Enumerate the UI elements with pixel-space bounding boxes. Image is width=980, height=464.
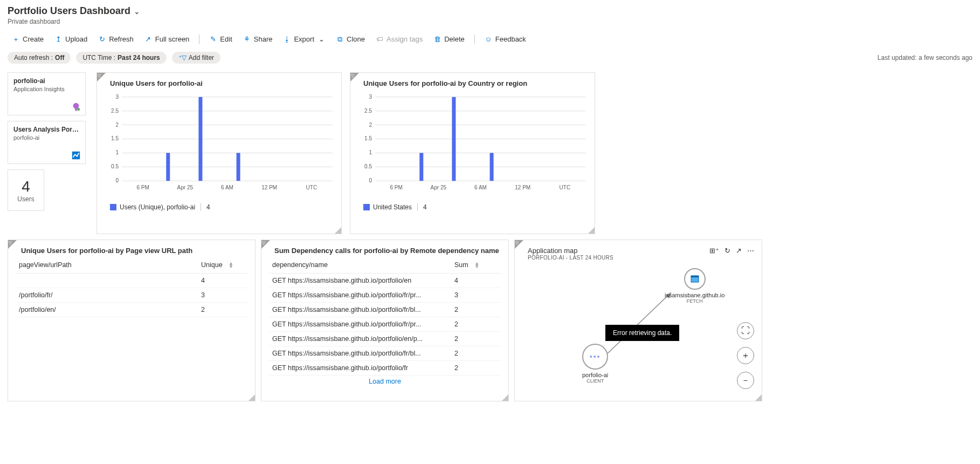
table-row[interactable]: GET https://issamsisbane.github.io/portf… — [269, 288, 501, 303]
workbook-icon — [71, 151, 81, 160]
tile-filter-corner[interactable] — [350, 73, 359, 81]
autorefresh-value: Off — [55, 54, 64, 62]
table-row[interactable]: GET https://issamsisbane.github.io/portf… — [269, 317, 501, 332]
map-canvas[interactable]: issamsisbane.github.io FETCH ••• porfoli… — [515, 263, 762, 387]
resource-card-workbook[interactable]: Users Analysis Portf... porfolio-ai — [8, 121, 86, 164]
share-label: Share — [254, 35, 273, 43]
clone-button[interactable]: ⧉Clone — [332, 33, 369, 45]
tile-filter-corner[interactable] — [515, 240, 523, 249]
more-icon[interactable]: ⋯ — [747, 247, 754, 255]
col-header[interactable]: Sum ▲▼ — [454, 261, 498, 269]
table-row[interactable]: 4 — [16, 274, 247, 288]
chart-legend: Users (Unique), porfolio-ai 4 — [97, 200, 341, 211]
zoom-in-button[interactable]: ＋ — [737, 347, 754, 364]
legend-label: United States — [373, 203, 412, 211]
delete-button[interactable]: 🗑Delete — [429, 33, 469, 45]
timerange-label: UTC Time : — [82, 54, 115, 62]
appinsights-icon — [71, 102, 81, 112]
autorefresh-label: Auto refresh : — [14, 54, 53, 62]
time-range-pill[interactable]: UTC Time : Past 24 hours — [76, 52, 166, 64]
map-node-dependency[interactable]: issamsisbane.github.io FETCH — [665, 268, 724, 304]
table-row[interactable]: GET https://issamsisbane.github.io/portf… — [269, 303, 501, 317]
create-button[interactable]: ＋Create — [8, 33, 48, 45]
tile-filter-corner[interactable] — [8, 240, 17, 249]
filter-bar: Auto refresh : Off UTC Time : Past 24 ho… — [8, 52, 972, 64]
share-button[interactable]: ⚘Share — [239, 33, 277, 45]
upload-button[interactable]: ↥Upload — [50, 33, 92, 45]
cell: 4 — [201, 277, 244, 284]
col-header[interactable]: pageView/urlPath — [19, 261, 201, 269]
tile-filter-corner[interactable] — [261, 240, 270, 249]
export-button[interactable]: ⭳Export⌄ — [279, 33, 329, 45]
edit-button[interactable]: ✎Edit — [205, 33, 236, 45]
svg-text:UTC: UTC — [306, 185, 318, 190]
svg-rect-23 — [166, 153, 170, 181]
tile-subtitle: PORFOLIO-AI - LAST 24 HOURS — [528, 255, 709, 261]
chevron-down-icon[interactable]: ⌄ — [134, 7, 140, 16]
table-row[interactable]: GET https://issamsisbane.github.io/portf… — [269, 332, 501, 346]
feedback-button[interactable]: ☺Feedback — [480, 33, 530, 45]
zoom-out-button[interactable]: － — [737, 372, 754, 389]
table-row[interactable]: /portfolio/fr/3 — [16, 288, 247, 303]
fullscreen-label: Full screen — [155, 35, 190, 43]
resize-handle[interactable] — [588, 227, 595, 234]
svg-text:6 PM: 6 PM — [136, 185, 149, 190]
cell: 2 — [454, 335, 498, 343]
chart-legend: United States 4 — [350, 200, 595, 211]
col-header[interactable]: dependency/name — [272, 261, 454, 269]
assign-tags-button: 🏷Assign tags — [371, 33, 427, 45]
cell: GET https://issamsisbane.github.io/portf… — [272, 335, 454, 343]
table-tile-dependency: ▽ Sum Dependency calls for porfolio-ai b… — [261, 240, 509, 401]
card-title: Users Analysis Portf... — [13, 126, 80, 133]
fit-button[interactable]: ⛶ — [737, 322, 754, 339]
resize-handle[interactable] — [249, 394, 255, 401]
refresh-icon: ↻ — [98, 36, 106, 43]
edit-label: Edit — [220, 35, 232, 43]
svg-text:1.5: 1.5 — [111, 135, 119, 141]
card-subtitle: Application Insights — [13, 86, 80, 92]
svg-text:UTC: UTC — [560, 185, 571, 190]
users-metric-card[interactable]: 4 Users — [8, 169, 44, 211]
load-more-link[interactable]: Load more — [269, 376, 501, 387]
auto-refresh-pill[interactable]: Auto refresh : Off — [8, 52, 71, 64]
cell: 2 — [454, 320, 498, 328]
svg-rect-51 — [691, 276, 699, 277]
tile-title: Unique Users for porfolio-ai — [97, 73, 341, 90]
expand-icon[interactable]: ↗ — [736, 247, 742, 255]
resource-card-appinsights[interactable]: porfolio-ai Application Insights — [8, 72, 86, 115]
cell: /portfolio/en/ — [19, 306, 201, 313]
delete-icon: 🗑 — [433, 36, 441, 43]
tile-title: Application map — [528, 247, 709, 255]
toolbar-divider — [199, 35, 199, 44]
table-row[interactable]: /portfolio/en/2 — [16, 303, 247, 317]
table-row[interactable]: GET https://issamsisbane.github.io/portf… — [269, 361, 501, 376]
refresh-button[interactable]: ↻Refresh — [94, 33, 138, 45]
resize-handle[interactable] — [335, 227, 341, 234]
svg-text:0.5: 0.5 — [111, 163, 119, 169]
resize-handle[interactable] — [502, 394, 508, 401]
col-header[interactable]: Unique ▲▼ — [201, 261, 244, 269]
fullscreen-button[interactable]: ↗Full screen — [140, 33, 194, 45]
layout-icon[interactable]: ⊞⁺ — [709, 247, 719, 255]
bar-chart: 00.511.522.536 PMApr 256 AM12 PMUTC — [359, 92, 586, 194]
error-tooltip: Error retrieving data. — [605, 325, 679, 341]
resize-handle[interactable] — [755, 394, 762, 401]
table-header: pageView/urlPath Unique ▲▼ — [16, 257, 247, 274]
refresh-label: Refresh — [109, 35, 134, 43]
svg-text:Apr 25: Apr 25 — [431, 185, 447, 190]
legend-value: 4 — [423, 203, 427, 211]
svg-text:3: 3 — [115, 94, 119, 100]
table-row[interactable]: GET https://issamsisbane.github.io/portf… — [269, 274, 501, 288]
svg-text:2: 2 — [369, 122, 372, 128]
tile-filter-corner[interactable] — [97, 73, 106, 81]
edit-icon: ✎ — [209, 36, 217, 43]
fullscreen-icon: ↗ — [144, 36, 152, 43]
table-row[interactable]: GET https://issamsisbane.github.io/portf… — [269, 346, 501, 361]
add-filter-pill[interactable]: ⁺▽Add filter — [172, 52, 220, 64]
refresh-icon[interactable]: ↻ — [724, 247, 730, 255]
plus-icon: ＋ — [12, 36, 19, 43]
map-node-client[interactable]: ••• porfolio-ai CLIENT — [582, 344, 608, 384]
sort-icon: ▲▼ — [229, 262, 233, 268]
add-filter-icon: ⁺▽ — [178, 54, 187, 62]
page-title: Portfolio Users Dashboard — [8, 5, 130, 17]
